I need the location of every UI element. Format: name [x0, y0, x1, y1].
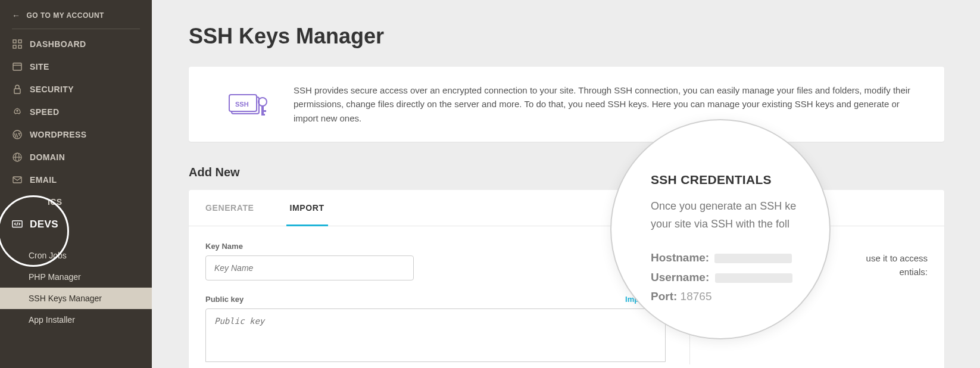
sidebar-item-label: ICS: [48, 197, 63, 207]
sidebar-item-label: SECURITY: [30, 85, 74, 94]
sidebar-item-label: DEVS: [30, 219, 58, 230]
sidebar-item-statistics[interactable]: ICS: [0, 191, 152, 213]
sidebar-item-label: WORDPRESS: [30, 130, 86, 139]
svg-text:SSH: SSH: [235, 101, 249, 108]
svg-point-7: [17, 110, 18, 111]
svg-rect-6: [14, 89, 20, 93]
username-redacted: [715, 273, 792, 283]
tab-generate[interactable]: GENERATE: [205, 190, 272, 226]
info-text-b: entials:: [899, 267, 928, 277]
back-to-account-link[interactable]: ← GO TO MY ACCOUNT: [0, 0, 152, 29]
public-key-input[interactable]: [205, 308, 666, 362]
credentials-body: Once you generate an SSH ke your site vi…: [651, 198, 821, 233]
rocket-icon: [12, 107, 23, 117]
credentials-port: Port: 18765: [651, 287, 821, 306]
sidebar: ← GO TO MY ACCOUNT DASHBOARD SITE SECURI…: [0, 0, 152, 368]
info-text-a: use it to access: [866, 253, 928, 263]
svg-rect-0: [13, 40, 16, 43]
sidebar-item-security[interactable]: SECURITY: [0, 78, 152, 101]
svg-rect-20: [261, 114, 265, 116]
description-text: SSH provides secure access over an encry…: [294, 83, 923, 125]
sidebar-item-speed[interactable]: SPEED: [0, 101, 152, 123]
sidebar-item-label: DASHBOARD: [30, 39, 86, 49]
svg-rect-12: [13, 177, 21, 183]
sidebar-item-label: DOMAIN: [30, 152, 65, 162]
sidebar-sub-ssh-keys-manager[interactable]: SSH Keys Manager: [0, 288, 152, 309]
code-icon: [12, 219, 23, 230]
globe-icon: [12, 152, 23, 163]
tab-import[interactable]: IMPORT: [290, 190, 342, 226]
page-title: SSH Keys Manager: [189, 24, 944, 49]
svg-rect-4: [13, 63, 21, 70]
public-key-label: Public key: [205, 295, 244, 304]
grid-icon: [12, 39, 23, 49]
credentials-hostname: Hostname:: [651, 248, 821, 267]
credentials-title: SSH CREDENTIALS: [651, 173, 821, 187]
sidebar-sub-cron-jobs[interactable]: Cron Jobs: [0, 245, 152, 266]
divider: [12, 29, 140, 29]
lock-icon: [12, 84, 23, 95]
window-icon: [12, 61, 23, 72]
mail-icon: [12, 174, 23, 185]
sidebar-item-devs[interactable]: DEVS: [0, 213, 152, 236]
sidebar-item-domain[interactable]: DOMAIN: [0, 146, 152, 169]
arrow-left-icon: ←: [12, 11, 21, 20]
sidebar-item-label: SPEED: [30, 107, 59, 117]
back-link-label: GO TO MY ACCOUNT: [27, 11, 104, 20]
credentials-username: Username:: [651, 268, 821, 287]
svg-rect-3: [18, 45, 21, 48]
wordpress-icon: [12, 129, 23, 140]
sidebar-item-site[interactable]: SITE: [0, 55, 152, 78]
description-card: SSH SSH provides secure access over an e…: [189, 67, 944, 142]
sidebar-item-label: EMAIL: [30, 175, 57, 185]
tabs: GENERATE IMPORT: [189, 190, 944, 226]
hostname-redacted: [714, 254, 792, 263]
add-new-card: GENERATE IMPORT Key Name Public key Impo…: [189, 190, 944, 368]
key-name-label: Key Name: [205, 242, 666, 251]
sidebar-sub-app-installer[interactable]: App Installer: [0, 309, 152, 330]
sidebar-item-label: SITE: [30, 62, 49, 71]
sidebar-item-email[interactable]: EMAIL: [0, 169, 152, 191]
credentials-magnifier: SSH CREDENTIALS Once you generate an SSH…: [610, 119, 831, 339]
key-name-input[interactable]: [205, 255, 414, 280]
svg-rect-1: [18, 40, 21, 43]
form-left: Key Name Public key Import Key: [205, 242, 666, 364]
svg-rect-2: [13, 45, 16, 48]
port-value: 18765: [681, 290, 712, 302]
svg-point-8: [13, 130, 21, 139]
sidebar-item-dashboard[interactable]: DASHBOARD: [0, 33, 152, 55]
ssh-card-icon: SSH: [210, 83, 294, 125]
svg-point-17: [258, 98, 267, 106]
svg-rect-19: [261, 110, 266, 112]
sidebar-sub-php-manager[interactable]: PHP Manager: [0, 266, 152, 288]
add-new-title: Add New: [189, 166, 944, 179]
main-content: SSH Keys Manager SSH SSH provides secure…: [152, 0, 980, 368]
sidebar-item-wordpress[interactable]: WORDPRESS: [0, 123, 152, 146]
